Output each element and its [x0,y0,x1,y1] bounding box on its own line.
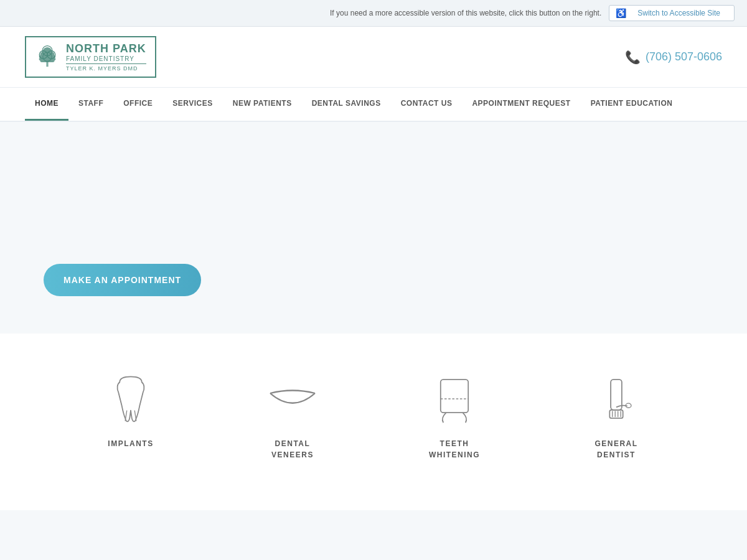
svg-rect-7 [441,380,468,413]
nav-item-services[interactable]: SERVICES [162,88,222,121]
whitening-label: TEETHWHITENING [429,438,480,460]
general-label: GENERALDENTIST [594,438,637,460]
service-general[interactable]: GENERALDENTIST [560,371,672,460]
services-section: IMPLANTS DENTALVENEERS TEETHWHITENING [0,334,747,510]
phone-number: (706) 507-0606 [646,50,722,63]
nav-item-home[interactable]: HOME [25,88,68,121]
logo-box: NORTH PARK FAMILY DENTISTRY TYLER K. MYE… [25,36,156,78]
logo-subtitle: FAMILY DENTISTRY [66,55,146,62]
service-whitening[interactable]: TEETHWHITENING [398,371,510,460]
nav-item-contact-us[interactable]: CONTACT US [391,88,463,121]
hero-section: MAKE AN APPOINTMENT [0,122,747,334]
logo[interactable]: NORTH PARK FAMILY DENTISTRY TYLER K. MYE… [25,36,156,78]
service-veneers[interactable]: DENTALVENEERS [237,371,349,460]
phone-icon: 📞 [625,50,641,65]
accessibility-bar: If you need a more accessible version of… [0,0,747,27]
logo-title: NORTH PARK [66,42,146,55]
nav-item-office[interactable]: OFFICE [113,88,162,121]
nav-item-staff[interactable]: STAFF [68,88,113,121]
accessibility-message: If you need a more accessible version of… [330,9,601,17]
footer-space [0,510,747,560]
implants-icon [103,371,159,427]
hero-content: MAKE AN APPOINTMENT [44,264,201,309]
nav-item-new-patients[interactable]: NEW PATIENTS [223,88,302,121]
svg-rect-4 [46,62,48,67]
nav-item-appointment-request[interactable]: APPOINTMENT REQUEST [462,88,580,121]
make-appointment-button[interactable]: MAKE AN APPOINTMENT [44,264,201,296]
header: NORTH PARK FAMILY DENTISTRY TYLER K. MYE… [0,27,747,88]
whitening-icon [426,371,482,427]
service-implants[interactable]: IMPLANTS [75,371,187,449]
general-icon [588,371,644,427]
main-nav: HOMESTAFFOFFICESERVICESNEW PATIENTSDENTA… [0,88,747,122]
tree-icon [35,45,60,70]
logo-text: NORTH PARK FAMILY DENTISTRY TYLER K. MYE… [66,42,146,72]
phone-area[interactable]: 📞 (706) 507-0606 [625,50,722,65]
veneers-icon [265,371,321,427]
nav-item-dental-savings[interactable]: DENTAL SAVINGS [302,88,391,121]
accessible-site-link[interactable]: ♿ Switch to Accessible Site [609,5,735,21]
accessibility-icon: ♿ [616,8,626,18]
nav-item-patient-education[interactable]: PATIENT EDUCATION [581,88,683,121]
veneers-label: DENTALVENEERS [271,438,314,460]
implants-label: IMPLANTS [108,438,153,449]
logo-name: TYLER K. MYERS DMD [66,63,146,72]
